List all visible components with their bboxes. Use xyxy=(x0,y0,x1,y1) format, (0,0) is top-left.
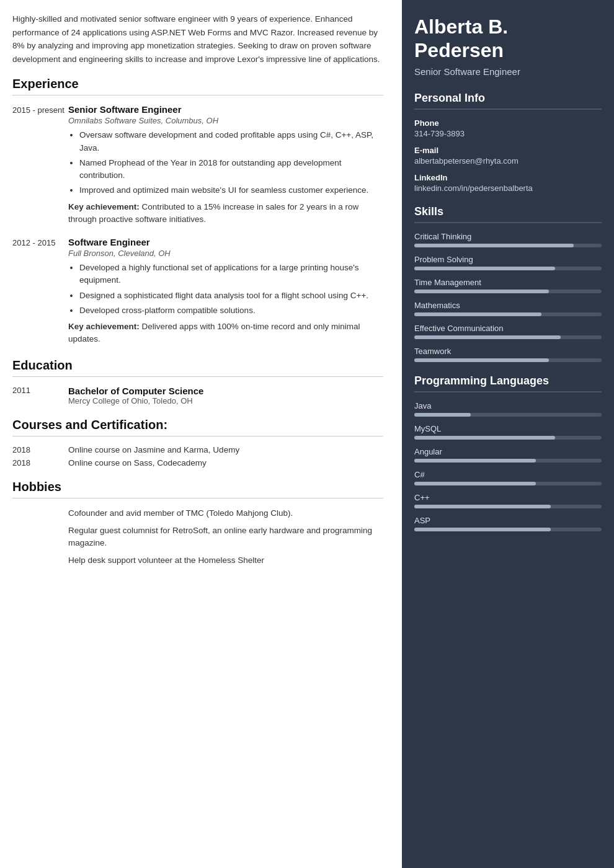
course1-desc: Online course on Jasmine and Karma, Udem… xyxy=(68,445,239,454)
exp1-content: Senior Software Engineer Omnilabs Softwa… xyxy=(68,104,383,226)
prog-lang-item: ASP xyxy=(414,516,602,531)
email-label: E-mail xyxy=(414,146,602,155)
skill-bar-fill xyxy=(414,244,574,247)
hobby-2: Regular guest columnist for RetroSoft, a… xyxy=(68,525,383,550)
exp1-bullet-1: Oversaw software development and coded p… xyxy=(79,129,383,154)
edu-entry-1: 2011 Bachelor of Computer Science Mercy … xyxy=(12,386,383,405)
prog-lang-name: Angular xyxy=(414,447,602,456)
skill-bar-fill xyxy=(414,312,541,316)
skill-item: Time Management xyxy=(414,278,602,293)
exp2-bullet-3: Developed cross-platform compatible solu… xyxy=(79,304,383,317)
course-entry-1: 2018 Online course on Jasmine and Karma,… xyxy=(12,445,383,454)
skill-name: Time Management xyxy=(414,278,602,287)
education-title: Education xyxy=(12,358,383,377)
prog-container: Java MySQL Angular C# C++ ASP xyxy=(414,401,602,531)
prog-lang-name: C# xyxy=(414,470,602,479)
skill-bar-bg xyxy=(414,335,602,339)
prog-lang-name: MySQL xyxy=(414,424,602,433)
exp1-bullets: Oversaw software development and coded p… xyxy=(68,129,383,197)
skill-bar-fill xyxy=(414,358,549,362)
exp2-bullet-1: Developed a highly functional set of app… xyxy=(79,262,383,287)
skill-name: Mathematics xyxy=(414,301,602,310)
skill-item: Critical Thinking xyxy=(414,232,602,247)
prog-lang-bar-bg xyxy=(414,482,602,485)
prog-lang-name: Java xyxy=(414,401,602,410)
prog-lang-bar-fill xyxy=(414,436,555,440)
edu1-degree: Bachelor of Computer Science xyxy=(68,386,203,396)
skill-bar-bg xyxy=(414,267,602,270)
experience-title: Experience xyxy=(12,77,383,95)
prog-lang-name: ASP xyxy=(414,516,602,525)
skill-item: Effective Communication xyxy=(414,324,602,339)
prog-lang-name: C++ xyxy=(414,493,602,502)
exp2-company: Full Bronson, Cleveland, OH xyxy=(68,249,383,258)
profile-title: Senior Software Engineer xyxy=(414,66,602,77)
exp1-bullet-2: Named Prophead of the Year in 2018 for o… xyxy=(79,157,383,182)
prog-lang-item: C# xyxy=(414,470,602,485)
prog-title: Programming Languages xyxy=(414,374,602,392)
prog-lang-bar-bg xyxy=(414,413,602,417)
skill-bar-bg xyxy=(414,244,602,247)
skill-bar-bg xyxy=(414,358,602,362)
exp2-title: Software Engineer xyxy=(68,237,383,247)
exp2-date: 2012 - 2015 xyxy=(12,237,68,346)
skill-name: Critical Thinking xyxy=(414,232,602,241)
experience-section: Experience 2015 - present Senior Softwar… xyxy=(12,77,383,345)
edu1-school: Mercy College of Ohio, Toledo, OH xyxy=(68,396,203,405)
skill-item: Problem Solving xyxy=(414,255,602,270)
prog-lang-item: C++ xyxy=(414,493,602,508)
skill-bar-bg xyxy=(414,312,602,316)
skill-bar-fill xyxy=(414,290,549,293)
phone-value: 314-739-3893 xyxy=(414,129,602,138)
profile-name: Alberta B. Pedersen xyxy=(414,15,602,63)
education-section: Education 2011 Bachelor of Computer Scie… xyxy=(12,358,383,405)
prog-lang-bar-fill xyxy=(414,459,536,463)
skill-bar-fill xyxy=(414,267,555,270)
exp2-content: Software Engineer Full Bronson, Clevelan… xyxy=(68,237,383,346)
experience-entry-1: 2015 - present Senior Software Engineer … xyxy=(12,104,383,226)
prog-lang-bar-fill xyxy=(414,482,536,485)
prog-lang-bar-fill xyxy=(414,528,551,531)
hobbies-title: Hobbies xyxy=(12,480,383,498)
skill-bar-bg xyxy=(414,290,602,293)
prog-lang-item: Java xyxy=(414,401,602,417)
exp2-achievement: Key achievement: Delivered apps with 100… xyxy=(68,321,383,346)
email-value: albertabpetersen@rhyta.com xyxy=(414,156,602,166)
course2-date: 2018 xyxy=(12,458,68,467)
skill-item: Teamwork xyxy=(414,347,602,362)
prog-lang-item: MySQL xyxy=(414,424,602,440)
linkedin-label: LinkedIn xyxy=(414,173,602,182)
prog-lang-item: Angular xyxy=(414,447,602,463)
hobbies-content: Cofounder and avid member of TMC (Toledo… xyxy=(12,507,383,567)
skill-name: Teamwork xyxy=(414,347,602,356)
courses-title: Courses and Certification: xyxy=(12,418,383,436)
edu1-date: 2011 xyxy=(12,386,68,405)
exp1-company: Omnilabs Software Suites, Columbus, OH xyxy=(68,116,383,125)
exp2-bullets: Developed a highly functional set of app… xyxy=(68,262,383,317)
exp1-date: 2015 - present xyxy=(12,104,68,226)
prog-lang-bar-bg xyxy=(414,505,602,508)
prog-lang-bar-bg xyxy=(414,528,602,531)
linkedin-value: linkedin.com/in/pedersenbalberta xyxy=(414,184,602,193)
summary-text: Highly-skilled and motivated senior soft… xyxy=(12,12,383,66)
skill-name: Effective Communication xyxy=(414,324,602,333)
prog-lang-bar-fill xyxy=(414,413,471,417)
personal-info-title: Personal Info xyxy=(414,92,602,110)
hobby-1: Cofounder and avid member of TMC (Toledo… xyxy=(68,507,383,520)
hobbies-section: Hobbies Cofounder and avid member of TMC… xyxy=(12,480,383,567)
edu1-content: Bachelor of Computer Science Mercy Colle… xyxy=(68,386,203,405)
phone-label: Phone xyxy=(414,118,602,128)
experience-entry-2: 2012 - 2015 Software Engineer Full Brons… xyxy=(12,237,383,346)
exp1-achievement: Key achievement: Contributed to a 15% in… xyxy=(68,201,383,226)
skills-container: Critical Thinking Problem Solving Time M… xyxy=(414,232,602,362)
prog-lang-bar-bg xyxy=(414,459,602,463)
courses-section: Courses and Certification: 2018 Online c… xyxy=(12,418,383,467)
hobby-3: Help desk support volunteer at the Homel… xyxy=(68,554,383,567)
skill-bar-fill xyxy=(414,335,561,339)
skills-title: Skills xyxy=(414,205,602,223)
skill-name: Problem Solving xyxy=(414,255,602,264)
prog-lang-bar-bg xyxy=(414,436,602,440)
course2-desc: Online course on Sass, Codecademy xyxy=(68,458,207,467)
skill-item: Mathematics xyxy=(414,301,602,316)
exp1-title: Senior Software Engineer xyxy=(68,104,383,115)
